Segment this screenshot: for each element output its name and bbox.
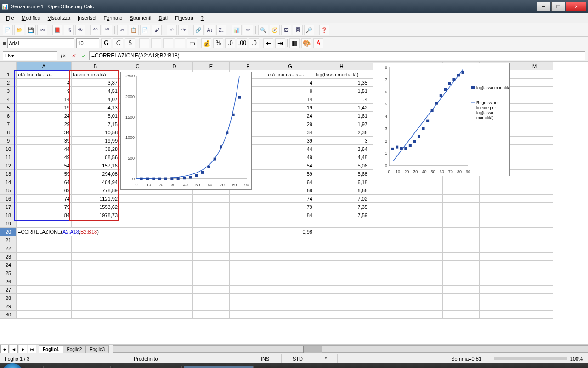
cell[interactable] — [156, 310, 193, 319]
cell[interactable] — [119, 236, 156, 244]
cell[interactable] — [369, 269, 406, 277]
cell[interactable] — [406, 244, 443, 253]
cell[interactable] — [443, 253, 480, 261]
cell[interactable]: 59 — [17, 170, 72, 178]
cell[interactable] — [72, 253, 119, 261]
horizontal-scrollbar[interactable] — [113, 345, 588, 353]
cell[interactable]: 59 — [266, 170, 314, 178]
cell[interactable]: 4,48 — [314, 153, 369, 161]
cell[interactable] — [193, 286, 230, 294]
spellcheck-icon[interactable]: ᴬᴮ — [90, 25, 101, 35]
cell[interactable]: 24 — [17, 112, 72, 120]
cell[interactable] — [406, 219, 443, 228]
cell[interactable] — [480, 261, 516, 269]
cell[interactable] — [406, 178, 443, 186]
remove-decimal-icon[interactable]: .0 — [249, 38, 259, 48]
cell[interactable]: 1978,73 — [72, 211, 119, 219]
col-header-H[interactable]: H — [314, 62, 369, 70]
cell[interactable] — [156, 211, 193, 219]
cell[interactable] — [369, 211, 406, 219]
cell[interactable] — [266, 261, 314, 269]
cell[interactable] — [156, 236, 193, 244]
cell[interactable] — [156, 302, 193, 310]
cell[interactable] — [480, 228, 516, 236]
menu-modifica[interactable]: Modifica — [18, 14, 44, 22]
cell[interactable]: 1,35 — [314, 79, 369, 87]
cell[interactable] — [193, 228, 230, 236]
menu-visualizza[interactable]: Visualizza — [45, 14, 74, 22]
cell[interactable] — [406, 277, 443, 286]
row-header-24[interactable]: 24 — [0, 261, 17, 269]
cell[interactable]: 14 — [17, 95, 72, 104]
close-button[interactable]: ✕ — [566, 2, 586, 11]
menu-formato[interactable]: Formato — [100, 14, 125, 22]
cell[interactable] — [266, 302, 314, 310]
cell[interactable]: tasso mortalità — [72, 70, 119, 79]
cell[interactable] — [516, 195, 553, 203]
cell[interactable] — [516, 120, 553, 128]
cell[interactable]: 0,98 — [266, 228, 314, 236]
cell[interactable] — [230, 219, 266, 228]
cell[interactable] — [480, 178, 516, 186]
task-dispense[interactable]: 📄 Dispense writer.odt ... — [43, 366, 111, 368]
menu-strumenti[interactable]: Strumenti — [126, 14, 154, 22]
cell[interactable] — [230, 294, 266, 302]
cell[interactable]: 1,42 — [314, 104, 369, 112]
row-header-22[interactable]: 22 — [0, 244, 17, 253]
cell[interactable] — [72, 310, 119, 319]
cell[interactable] — [516, 203, 553, 211]
sort-desc-icon[interactable]: Z↓ — [216, 25, 226, 35]
cell[interactable] — [72, 277, 119, 286]
cell[interactable] — [406, 195, 443, 203]
cell[interactable] — [314, 286, 369, 294]
cell[interactable] — [406, 228, 443, 236]
cell[interactable] — [314, 310, 369, 319]
email-icon[interactable]: ✉ — [37, 25, 47, 35]
col-header-D[interactable]: D — [156, 62, 193, 70]
cancel-icon[interactable]: ✕ — [69, 52, 77, 60]
cell[interactable] — [516, 253, 553, 261]
row-header-12[interactable]: 12 — [0, 161, 17, 170]
tab-next-icon[interactable]: ▶ — [19, 345, 27, 353]
cell[interactable] — [480, 211, 516, 219]
cell[interactable] — [266, 286, 314, 294]
open-icon[interactable]: 📂 — [14, 25, 24, 35]
cell[interactable] — [230, 253, 266, 261]
show-draw-icon[interactable]: ✏ — [243, 25, 253, 35]
cell[interactable] — [369, 294, 406, 302]
cell[interactable] — [72, 244, 119, 253]
redo-icon[interactable]: ↷ — [178, 25, 188, 35]
cell[interactable] — [156, 294, 193, 302]
cell[interactable] — [443, 195, 480, 203]
cell[interactable]: 74 — [17, 195, 72, 203]
hyperlink-icon[interactable]: 🔗 — [193, 25, 204, 35]
cell[interactable] — [516, 170, 553, 178]
cell[interactable] — [516, 261, 553, 269]
cell[interactable]: 19 — [266, 104, 314, 112]
cell[interactable]: 49 — [266, 153, 314, 161]
cell[interactable] — [156, 261, 193, 269]
cell[interactable] — [72, 236, 119, 244]
cell[interactable] — [406, 302, 443, 310]
cell[interactable] — [193, 277, 230, 286]
menu-file[interactable]: File — [3, 14, 17, 22]
cell[interactable]: 69 — [17, 186, 72, 195]
borders-icon[interactable]: ▦ — [289, 38, 300, 48]
cell[interactable] — [480, 310, 516, 319]
cell[interactable] — [443, 244, 480, 253]
cell[interactable]: 3,87 — [72, 79, 119, 87]
cell[interactable] — [516, 153, 553, 161]
spreadsheet-area[interactable]: ABCDEFGHIJKLM 1età fino da .. a..tasso m… — [0, 62, 588, 344]
cell[interactable] — [119, 195, 156, 203]
cell[interactable]: 79 — [17, 203, 72, 211]
cell[interactable]: 19,99 — [72, 137, 119, 145]
cell[interactable] — [480, 286, 516, 294]
col-header-E[interactable]: E — [193, 62, 230, 70]
sheet-tab-2[interactable]: Foglio2 — [63, 345, 86, 353]
preview-icon[interactable]: 👁 — [75, 25, 85, 35]
cell[interactable] — [480, 269, 516, 277]
cell[interactable] — [72, 302, 119, 310]
cell[interactable]: 34 — [266, 128, 314, 137]
cell[interactable]: 29 — [266, 120, 314, 128]
cell[interactable] — [156, 195, 193, 203]
